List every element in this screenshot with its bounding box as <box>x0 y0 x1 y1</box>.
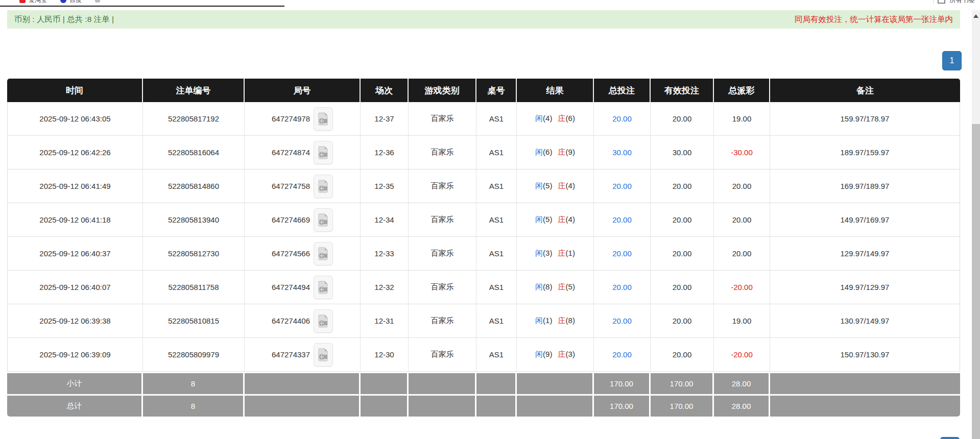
cell-total-bet-link[interactable]: 20.00 <box>594 338 651 372</box>
round-number: 647274874 <box>272 148 310 157</box>
summary-banner: 币别 : 人民币 | 总共 :8 注单 | 同局有效投注，统一计算在该局第一张注… <box>7 10 960 29</box>
cell-round: 647274494 <box>245 271 361 304</box>
scrollbar-thumb[interactable] <box>972 124 980 439</box>
all-bookmarks[interactable]: 所有书签 <box>933 0 975 6</box>
cell-remark: 149.97/129.97 <box>770 271 960 304</box>
cell-payout: 19.00 <box>714 102 770 136</box>
screen: 爱淘宝 百度 所有书签 币别 : 人民币 | 总共 :8 注单 | 同局有效投注… <box>0 0 980 439</box>
cell-result: 闲(5) 庄(4) <box>517 169 594 203</box>
scrollbar-up-icon[interactable] <box>973 14 978 18</box>
cell-table-no: AS1 <box>476 304 517 338</box>
cell-time: 2025-09-12 06:40:07 <box>7 271 143 304</box>
video-file-icon <box>318 180 329 193</box>
table-row: 2025-09-12 06:43:05 522805817192 6472749… <box>7 102 960 136</box>
cell-time: 2025-09-12 06:39:09 <box>7 338 143 372</box>
cell-game-type: 百家乐 <box>409 237 476 271</box>
cell-bet-id: 522805810815 <box>143 304 245 338</box>
cell-table-no: AS1 <box>476 237 517 271</box>
table-summary-row: 小计 8 170.00 170.00 28.00 <box>7 372 960 394</box>
column-header-7: 总投注 <box>594 79 651 102</box>
video-replay-icon[interactable] <box>314 309 333 333</box>
page-button-top[interactable]: 1 <box>942 51 962 70</box>
bookmark-baidu[interactable]: 百度 <box>60 0 82 5</box>
result-banker: 庄 <box>558 282 566 291</box>
video-file-icon <box>318 146 329 159</box>
summary-count: 8 <box>143 372 245 394</box>
round-number: 647274669 <box>272 215 310 224</box>
cell-result: 闲(3) 庄(1) <box>517 237 594 271</box>
result-banker: 庄 <box>558 148 566 156</box>
bookmark-generic[interactable] <box>95 0 103 3</box>
summary-valid-bet: 170.00 <box>651 372 714 394</box>
cell-total-bet-link[interactable]: 20.00 <box>594 271 651 304</box>
column-header-10: 备注 <box>770 79 960 102</box>
cell-valid-bet: 20.00 <box>651 102 714 136</box>
result-player: 闲 <box>535 215 543 224</box>
cell-round: 647274669 <box>245 203 361 237</box>
video-replay-icon[interactable] <box>314 141 333 164</box>
column-header-5: 桌号 <box>476 79 517 102</box>
cell-payout: 20.00 <box>714 203 770 237</box>
bookmark-label: 爱淘宝 <box>29 0 47 5</box>
cell-total-bet-link[interactable]: 20.00 <box>594 203 651 237</box>
bet-records-table: 时间注单编号局号场次游戏类别桌号结果总投注有效投注总派彩备注 2025-09-1… <box>7 79 960 417</box>
cell-total-bet-link[interactable]: 20.00 <box>594 304 651 338</box>
bookmark-taobao[interactable]: 爱淘宝 <box>19 0 47 5</box>
cell-table-no: AS1 <box>476 102 517 136</box>
cell-payout: -20.00 <box>714 271 770 304</box>
round-number: 647274406 <box>272 316 310 325</box>
cell-round: 647274978 <box>245 102 361 136</box>
page-button-bottom[interactable]: 1 <box>940 437 960 439</box>
video-replay-icon[interactable] <box>314 107 333 131</box>
cell-total-bet-link[interactable]: 20.00 <box>594 237 651 271</box>
cell-bet-id: 522805814860 <box>143 169 245 203</box>
summary-remark <box>770 372 960 394</box>
video-replay-icon[interactable] <box>314 208 333 232</box>
column-header-2: 局号 <box>245 79 361 102</box>
bookmark-label: 百度 <box>69 0 82 5</box>
summary-total-bet: 170.00 <box>594 394 651 417</box>
result-player: 闲 <box>535 350 543 358</box>
cell-result: 闲(6) 庄(9) <box>517 136 594 169</box>
cell-time: 2025-09-12 06:41:18 <box>7 203 143 237</box>
video-file-icon <box>318 112 329 126</box>
video-replay-icon[interactable] <box>314 175 333 198</box>
cell-round: 647274337 <box>245 338 361 372</box>
result-player: 闲 <box>535 249 543 257</box>
cell-session: 12-33 <box>361 237 409 271</box>
cell-result: 闲(9) 庄(3) <box>517 338 594 372</box>
cell-total-bet-link[interactable]: 30.00 <box>594 136 651 169</box>
cell-valid-bet: 20.00 <box>651 203 714 237</box>
cell-session: 12-37 <box>361 102 409 136</box>
cell-bet-id: 522805816064 <box>143 136 245 169</box>
video-replay-icon[interactable] <box>314 343 333 367</box>
cell-total-bet-link[interactable]: 20.00 <box>594 102 651 136</box>
baidu-favicon-icon <box>60 0 66 3</box>
summary-count: 8 <box>143 394 245 417</box>
result-banker: 庄 <box>558 350 566 358</box>
page-scrollbar[interactable] <box>972 10 980 439</box>
cell-session: 12-35 <box>361 169 409 203</box>
cell-remark: 159.97/178.97 <box>770 102 960 136</box>
cell-game-type: 百家乐 <box>409 102 476 136</box>
cell-session: 12-32 <box>361 271 409 304</box>
all-bookmarks-label: 所有书签 <box>949 0 975 5</box>
table-row: 2025-09-12 06:40:07 522805811758 6472744… <box>7 271 960 304</box>
video-file-icon <box>318 281 329 294</box>
table-header-row: 时间注单编号局号场次游戏类别桌号结果总投注有效投注总派彩备注 <box>7 79 960 102</box>
cell-total-bet-link[interactable]: 20.00 <box>594 169 651 203</box>
notice-text: 同局有效投注，统一计算在该局第一张注单内 <box>795 14 953 25</box>
cell-remark: 150.97/130.97 <box>770 338 960 372</box>
result-player: 闲 <box>535 114 543 123</box>
video-replay-icon[interactable] <box>314 242 333 265</box>
column-header-8: 有效投注 <box>651 79 714 102</box>
cell-remark: 149.97/169.97 <box>770 203 960 237</box>
cell-time: 2025-09-12 06:43:05 <box>7 102 143 136</box>
video-replay-icon[interactable] <box>314 276 333 299</box>
table-row: 2025-09-12 06:39:38 522805810815 6472744… <box>7 304 960 338</box>
result-banker: 庄 <box>558 181 566 190</box>
summary-payout: 28.00 <box>714 394 770 417</box>
bookmarks-separator <box>933 0 934 4</box>
generic-favicon-icon <box>95 0 100 3</box>
summary-payout: 28.00 <box>714 372 770 394</box>
